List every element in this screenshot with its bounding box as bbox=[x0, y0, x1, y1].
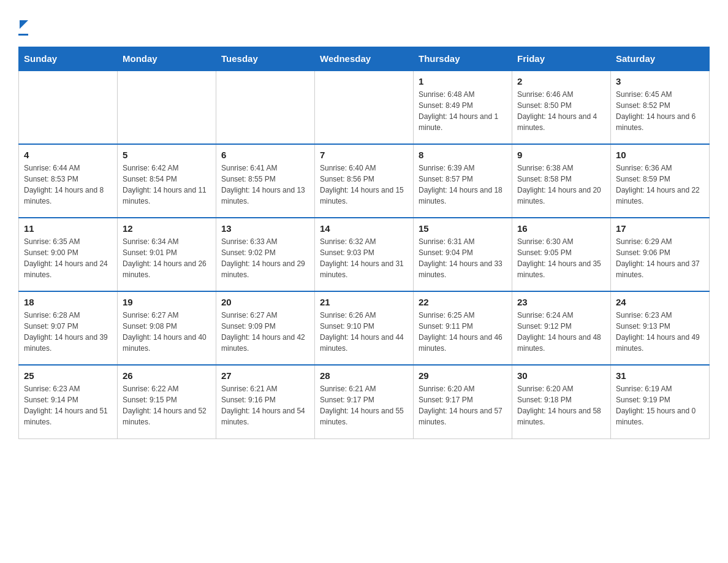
calendar-cell: 3Sunrise: 6:45 AMSunset: 8:52 PMDaylight… bbox=[611, 71, 710, 144]
calendar-week-3: 11Sunrise: 6:35 AMSunset: 9:00 PMDayligh… bbox=[19, 218, 710, 291]
day-number: 26 bbox=[123, 370, 211, 381]
weekday-header-saturday: Saturday bbox=[611, 47, 710, 71]
day-info: Sunrise: 6:24 AMSunset: 9:12 PMDaylight:… bbox=[517, 310, 605, 354]
day-info: Sunrise: 6:44 AMSunset: 8:53 PMDaylight:… bbox=[24, 163, 112, 207]
day-number: 20 bbox=[221, 297, 309, 307]
day-info: Sunrise: 6:25 AMSunset: 9:11 PMDaylight:… bbox=[419, 310, 507, 354]
day-info: Sunrise: 6:20 AMSunset: 9:17 PMDaylight:… bbox=[419, 383, 507, 427]
day-number: 23 bbox=[517, 297, 605, 307]
calendar-cell: 7Sunrise: 6:40 AMSunset: 8:56 PMDaylight… bbox=[315, 144, 414, 218]
day-info: Sunrise: 6:39 AMSunset: 8:57 PMDaylight:… bbox=[419, 163, 507, 207]
day-info: Sunrise: 6:31 AMSunset: 9:04 PMDaylight:… bbox=[419, 236, 507, 280]
day-info: Sunrise: 6:21 AMSunset: 9:16 PMDaylight:… bbox=[221, 383, 309, 427]
day-number: 12 bbox=[123, 223, 211, 234]
day-number: 7 bbox=[320, 150, 408, 160]
calendar-week-4: 18Sunrise: 6:28 AMSunset: 9:07 PMDayligh… bbox=[19, 291, 710, 365]
calendar-cell: 15Sunrise: 6:31 AMSunset: 9:04 PMDayligh… bbox=[414, 218, 512, 291]
calendar-cell: 5Sunrise: 6:42 AMSunset: 8:54 PMDaylight… bbox=[118, 144, 216, 218]
day-number: 22 bbox=[419, 297, 507, 307]
calendar-table: SundayMondayTuesdayWednesdayThursdayFrid… bbox=[18, 47, 710, 439]
weekday-header-sunday: Sunday bbox=[19, 47, 118, 71]
day-info: Sunrise: 6:36 AMSunset: 8:59 PMDaylight:… bbox=[616, 163, 704, 207]
calendar-cell: 17Sunrise: 6:29 AMSunset: 9:06 PMDayligh… bbox=[611, 218, 710, 291]
day-info: Sunrise: 6:34 AMSunset: 9:01 PMDaylight:… bbox=[123, 236, 211, 280]
calendar-cell: 20Sunrise: 6:27 AMSunset: 9:09 PMDayligh… bbox=[216, 291, 315, 365]
calendar-week-1: 1Sunrise: 6:48 AMSunset: 8:49 PMDaylight… bbox=[19, 71, 710, 144]
weekday-header-friday: Friday bbox=[512, 47, 611, 71]
calendar-cell: 21Sunrise: 6:26 AMSunset: 9:10 PMDayligh… bbox=[315, 291, 414, 365]
day-info: Sunrise: 6:33 AMSunset: 9:02 PMDaylight:… bbox=[221, 236, 309, 280]
calendar-cell: 18Sunrise: 6:28 AMSunset: 9:07 PMDayligh… bbox=[19, 291, 118, 365]
day-number: 1 bbox=[419, 76, 507, 86]
day-info: Sunrise: 6:46 AMSunset: 8:50 PMDaylight:… bbox=[517, 89, 605, 133]
calendar-cell: 29Sunrise: 6:20 AMSunset: 9:17 PMDayligh… bbox=[414, 365, 512, 439]
weekday-header-tuesday: Tuesday bbox=[216, 47, 315, 71]
calendar-cell bbox=[19, 71, 118, 144]
day-number: 2 bbox=[517, 76, 605, 86]
day-info: Sunrise: 6:32 AMSunset: 9:03 PMDaylight:… bbox=[320, 236, 408, 280]
day-number: 25 bbox=[24, 370, 112, 381]
calendar-cell: 26Sunrise: 6:22 AMSunset: 9:15 PMDayligh… bbox=[118, 365, 216, 439]
day-info: Sunrise: 6:30 AMSunset: 9:05 PMDaylight:… bbox=[517, 236, 605, 280]
day-number: 5 bbox=[123, 150, 211, 160]
weekday-header-wednesday: Wednesday bbox=[315, 47, 414, 71]
day-info: Sunrise: 6:22 AMSunset: 9:15 PMDaylight:… bbox=[123, 383, 211, 427]
day-number: 30 bbox=[517, 370, 605, 381]
calendar-week-2: 4Sunrise: 6:44 AMSunset: 8:53 PMDaylight… bbox=[19, 144, 710, 218]
calendar-cell: 13Sunrise: 6:33 AMSunset: 9:02 PMDayligh… bbox=[216, 218, 315, 291]
calendar-cell bbox=[216, 71, 315, 144]
day-info: Sunrise: 6:48 AMSunset: 8:49 PMDaylight:… bbox=[419, 89, 507, 133]
weekday-header-thursday: Thursday bbox=[414, 47, 512, 71]
day-number: 17 bbox=[616, 223, 704, 234]
day-info: Sunrise: 6:26 AMSunset: 9:10 PMDaylight:… bbox=[320, 310, 408, 354]
page-header bbox=[18, 12, 710, 36]
day-info: Sunrise: 6:45 AMSunset: 8:52 PMDaylight:… bbox=[616, 89, 704, 133]
day-info: Sunrise: 6:35 AMSunset: 9:00 PMDaylight:… bbox=[24, 236, 112, 280]
day-number: 11 bbox=[24, 223, 112, 234]
calendar-cell: 1Sunrise: 6:48 AMSunset: 8:49 PMDaylight… bbox=[414, 71, 512, 144]
day-number: 21 bbox=[320, 297, 408, 307]
day-number: 31 bbox=[616, 370, 704, 381]
day-info: Sunrise: 6:28 AMSunset: 9:07 PMDaylight:… bbox=[24, 310, 112, 354]
day-info: Sunrise: 6:27 AMSunset: 9:08 PMDaylight:… bbox=[123, 310, 211, 354]
weekday-header-monday: Monday bbox=[118, 47, 216, 71]
calendar-cell bbox=[118, 71, 216, 144]
calendar-week-5: 25Sunrise: 6:23 AMSunset: 9:14 PMDayligh… bbox=[19, 365, 710, 439]
day-info: Sunrise: 6:27 AMSunset: 9:09 PMDaylight:… bbox=[221, 310, 309, 354]
day-number: 8 bbox=[419, 150, 507, 160]
day-number: 9 bbox=[517, 150, 605, 160]
calendar-cell: 23Sunrise: 6:24 AMSunset: 9:12 PMDayligh… bbox=[512, 291, 611, 365]
day-number: 10 bbox=[616, 150, 704, 160]
calendar-cell: 30Sunrise: 6:20 AMSunset: 9:18 PMDayligh… bbox=[512, 365, 611, 439]
day-number: 16 bbox=[517, 223, 605, 234]
day-info: Sunrise: 6:42 AMSunset: 8:54 PMDaylight:… bbox=[123, 163, 211, 207]
day-info: Sunrise: 6:23 AMSunset: 9:14 PMDaylight:… bbox=[24, 383, 112, 427]
calendar-cell: 16Sunrise: 6:30 AMSunset: 9:05 PMDayligh… bbox=[512, 218, 611, 291]
calendar-cell: 2Sunrise: 6:46 AMSunset: 8:50 PMDaylight… bbox=[512, 71, 611, 144]
day-number: 3 bbox=[616, 76, 704, 86]
day-info: Sunrise: 6:29 AMSunset: 9:06 PMDaylight:… bbox=[616, 236, 704, 280]
calendar-cell bbox=[315, 71, 414, 144]
calendar-cell: 31Sunrise: 6:19 AMSunset: 9:19 PMDayligh… bbox=[611, 365, 710, 439]
day-number: 15 bbox=[419, 223, 507, 234]
calendar-cell: 6Sunrise: 6:41 AMSunset: 8:55 PMDaylight… bbox=[216, 144, 315, 218]
calendar-cell: 12Sunrise: 6:34 AMSunset: 9:01 PMDayligh… bbox=[118, 218, 216, 291]
day-number: 19 bbox=[123, 297, 211, 307]
calendar-cell: 25Sunrise: 6:23 AMSunset: 9:14 PMDayligh… bbox=[19, 365, 118, 439]
day-info: Sunrise: 6:41 AMSunset: 8:55 PMDaylight:… bbox=[221, 163, 309, 207]
day-info: Sunrise: 6:19 AMSunset: 9:19 PMDaylight:… bbox=[616, 383, 704, 427]
day-number: 4 bbox=[24, 150, 112, 160]
calendar-cell: 9Sunrise: 6:38 AMSunset: 8:58 PMDaylight… bbox=[512, 144, 611, 218]
day-number: 6 bbox=[221, 150, 309, 160]
logo bbox=[18, 12, 28, 36]
weekday-header-row: SundayMondayTuesdayWednesdayThursdayFrid… bbox=[19, 47, 710, 71]
calendar-cell: 27Sunrise: 6:21 AMSunset: 9:16 PMDayligh… bbox=[216, 365, 315, 439]
day-number: 27 bbox=[221, 370, 309, 381]
day-info: Sunrise: 6:21 AMSunset: 9:17 PMDaylight:… bbox=[320, 383, 408, 427]
calendar-cell: 14Sunrise: 6:32 AMSunset: 9:03 PMDayligh… bbox=[315, 218, 414, 291]
day-info: Sunrise: 6:40 AMSunset: 8:56 PMDaylight:… bbox=[320, 163, 408, 207]
calendar-cell: 11Sunrise: 6:35 AMSunset: 9:00 PMDayligh… bbox=[19, 218, 118, 291]
calendar-cell: 28Sunrise: 6:21 AMSunset: 9:17 PMDayligh… bbox=[315, 365, 414, 439]
calendar-cell: 22Sunrise: 6:25 AMSunset: 9:11 PMDayligh… bbox=[414, 291, 512, 365]
calendar-cell: 24Sunrise: 6:23 AMSunset: 9:13 PMDayligh… bbox=[611, 291, 710, 365]
